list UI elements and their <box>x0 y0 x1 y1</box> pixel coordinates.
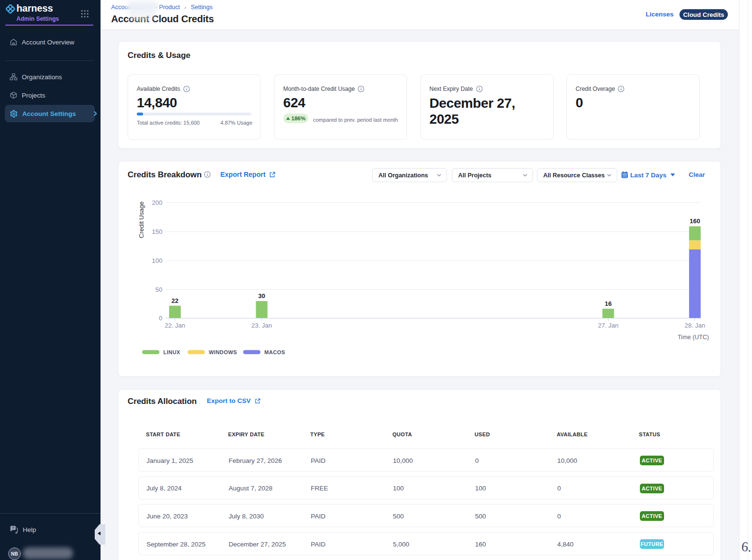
svg-text:28. Jan: 28. Jan <box>684 322 705 329</box>
svg-text:Credit Usage: Credit Usage <box>138 201 145 238</box>
svg-text:WINDOWS: WINDOWS <box>209 349 237 355</box>
svg-text:22. Jan: 22. Jan <box>165 322 186 329</box>
svg-text:50: 50 <box>156 286 162 293</box>
svg-text:27. Jan: 27. Jan <box>598 322 619 329</box>
svg-text:22: 22 <box>172 297 178 304</box>
svg-text:0: 0 <box>159 315 162 322</box>
svg-text:30: 30 <box>258 292 265 300</box>
svg-text:160: 160 <box>690 217 700 225</box>
svg-text:150: 150 <box>152 228 162 235</box>
svg-text:LINUX: LINUX <box>163 349 180 355</box>
svg-text:Time (UTC): Time (UTC) <box>678 334 709 341</box>
svg-text:MACOS: MACOS <box>264 349 285 355</box>
svg-text:23. Jan: 23. Jan <box>251 322 272 329</box>
svg-text:16: 16 <box>605 300 611 307</box>
svg-text:100: 100 <box>152 257 162 264</box>
svg-text:?: ? <box>12 526 14 530</box>
svg-text:200: 200 <box>152 199 162 206</box>
